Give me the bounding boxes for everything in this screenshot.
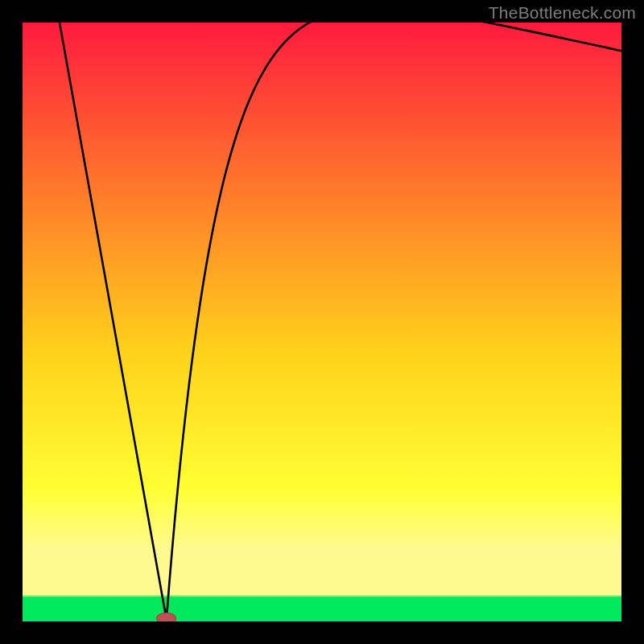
chart-frame [23,23,621,621]
minimum-marker [157,613,176,621]
attribution-text: TheBottleneck.com [489,3,636,23]
bottleneck-curve-chart [23,23,621,621]
